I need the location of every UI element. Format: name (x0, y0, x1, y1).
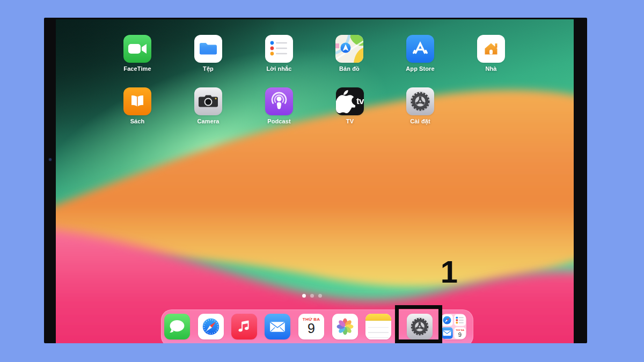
calendar-day: 9 (298, 322, 324, 335)
page-dot (318, 294, 322, 298)
app-store-icon (406, 35, 434, 63)
ipad-screen: FaceTime Tệp Lời nhắc (56, 19, 574, 343)
app-label: Sách (116, 118, 159, 124)
mini-reminders-icon (454, 314, 465, 326)
dock-app-mail[interactable] (265, 314, 290, 339)
maps-icon (335, 35, 363, 63)
camera-icon (194, 87, 222, 115)
app-books[interactable]: Sách (116, 87, 159, 124)
app-podcasts[interactable]: Podcast (258, 87, 301, 124)
app-files[interactable]: Tệp (187, 35, 230, 72)
facetime-icon (123, 35, 151, 63)
app-label: FaceTime (116, 65, 159, 72)
screenshot-canvas: { "device": { "type": "ipad-home-screen"… (0, 0, 644, 362)
reminders-icon (265, 35, 293, 63)
app-maps[interactable]: Bản đồ (328, 35, 371, 72)
dock-app-photos[interactable] (332, 314, 358, 339)
app-tv[interactable]: tv TV (328, 87, 371, 124)
highlight-box (395, 305, 442, 343)
mini-calendar-icon: THỨ BA 9 (454, 327, 465, 338)
dock-recent-apps-group[interactable]: THỨ BA 9 (441, 314, 466, 339)
app-label: Nhà (470, 65, 513, 72)
app-label: Lời nhắc (258, 65, 301, 72)
app-app-store[interactable]: App Store (399, 35, 442, 72)
dock-app-messages[interactable] (164, 314, 190, 339)
app-label: TV (328, 118, 371, 124)
page-dot-active (302, 294, 306, 298)
dock-app-calendar[interactable]: THỨ BA 9 (298, 314, 324, 339)
page-indicator[interactable] (302, 294, 322, 298)
app-label: Tệp (187, 65, 230, 72)
dock-app-safari[interactable] (198, 314, 224, 339)
dock-app-notes[interactable] (365, 314, 391, 339)
page-dot (310, 294, 314, 298)
app-label: Bản đồ (328, 65, 371, 72)
notes-icon-band (365, 314, 391, 321)
home-icon (477, 35, 505, 63)
mini-mail-icon (441, 327, 452, 338)
tv-icon-text: tv (356, 96, 364, 107)
apple-logo-icon (336, 87, 355, 115)
app-settings[interactable]: Cài đặt (399, 87, 442, 124)
front-camera-dot (49, 158, 52, 161)
app-camera[interactable]: Camera (187, 87, 230, 124)
dock-app-music[interactable] (231, 314, 257, 339)
books-icon (123, 87, 151, 115)
app-label: App Store (399, 65, 442, 72)
mini-safari-icon (441, 314, 452, 326)
notes-icon-lines (368, 323, 389, 339)
files-icon (194, 35, 222, 63)
podcasts-icon (265, 87, 293, 115)
ipad-device-frame: FaceTime Tệp Lời nhắc (44, 18, 587, 343)
app-home[interactable]: Nhà (470, 35, 513, 72)
app-label: Cài đặt (399, 118, 442, 124)
tv-icon: tv (336, 87, 364, 115)
app-label: Camera (187, 118, 230, 124)
settings-icon (406, 87, 434, 115)
step-number: 1 (431, 256, 467, 287)
app-label: Podcast (258, 118, 301, 124)
app-reminders[interactable]: Lời nhắc (258, 35, 301, 72)
app-facetime[interactable]: FaceTime (116, 35, 159, 72)
svg-text:9: 9 (458, 331, 462, 338)
